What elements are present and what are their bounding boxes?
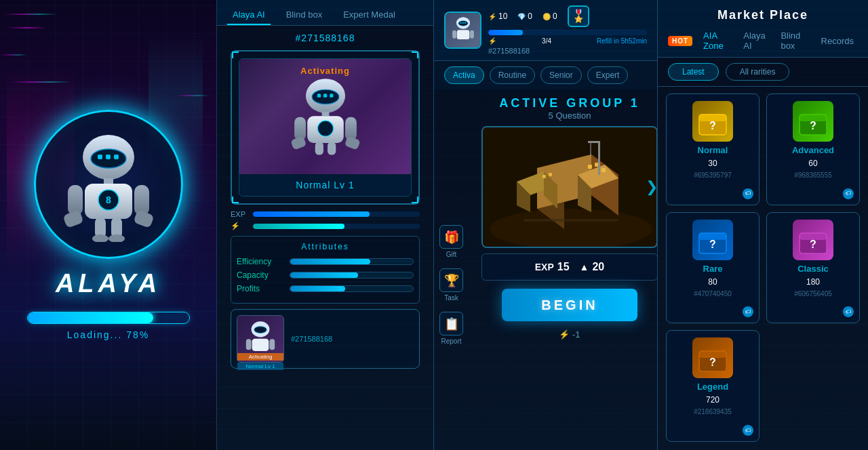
- filter-latest[interactable]: Latest: [668, 63, 719, 81]
- tab-senior[interactable]: Senior: [540, 66, 582, 84]
- svg-text:8: 8: [106, 195, 111, 205]
- market-card-advanced[interactable]: ? Advanced 60 #968365555 🏷: [766, 94, 860, 205]
- tab-expert[interactable]: Expert: [587, 66, 629, 84]
- legend-card-name: Legend: [697, 382, 728, 392]
- side-action-gift[interactable]: 🎁 Gift: [439, 225, 463, 258]
- bottom-card-status: Activating: [237, 353, 283, 361]
- market-card-rare[interactable]: ? Rare 80 #470740450 🏷: [666, 212, 760, 324]
- player-stats: ⚡ 10 💎 0 🪙 0 🎖️: [488, 5, 647, 55]
- nav-right[interactable]: ❯: [646, 178, 658, 196]
- svg-rect-5: [104, 178, 113, 184]
- bottom-card-id: #271588168: [291, 335, 414, 343]
- legend-box-svg: ?: [696, 341, 730, 375]
- svg-rect-34: [246, 339, 252, 350]
- stat-coins: 🪙 0: [542, 5, 557, 27]
- stat-lightning-value: 10: [498, 12, 507, 21]
- glitch-line: [10, 81, 71, 83]
- alaya-ai-panel: Alaya AI Blind box Expert Medal #2715881…: [217, 0, 434, 450]
- price-tag-legend: 🏷: [743, 425, 753, 436]
- svg-rect-63: [524, 219, 618, 222]
- attr-efficiency-label: Efficiency: [237, 257, 284, 266]
- rewards-bar: EXP 15 ▲ 20: [481, 253, 658, 281]
- side-action-report[interactable]: 📋 Report: [439, 312, 463, 345]
- svg-rect-33: [252, 339, 269, 351]
- svg-rect-60: [598, 141, 600, 175]
- market-tab-blind[interactable]: Blind box: [776, 28, 810, 54]
- bottom-card-info: #271588168: [291, 335, 414, 343]
- player-info: ⚡ 10 💎 0 🪙 0 🎖️: [444, 5, 647, 55]
- price-tag-advanced: 🏷: [843, 188, 854, 199]
- tab-activa[interactable]: Activa: [444, 66, 484, 84]
- rare-box-svg: ?: [696, 223, 730, 257]
- advanced-box: ?: [793, 101, 833, 142]
- group-subtitle: 5 Question: [549, 110, 591, 121]
- market-card-classic[interactable]: ? Classic 180 #606756405 🏷: [766, 212, 860, 324]
- svg-rect-58: [542, 175, 546, 178]
- loading-bar-container: [27, 312, 190, 324]
- hot-badge: HOT: [668, 36, 692, 46]
- game-header: ⚡ 10 💎 0 🪙 0 🎖️: [434, 0, 657, 61]
- ai-card-image: Activating: [239, 59, 411, 174]
- attr-capacity-track: [290, 272, 414, 279]
- svg-rect-38: [460, 22, 461, 24]
- ai-card-frame: Activating: [231, 50, 420, 205]
- classic-card-price: 180: [806, 277, 820, 287]
- report-label: Report: [441, 338, 461, 345]
- svg-rect-42: [452, 30, 456, 39]
- stat-diamonds: 💎 0: [517, 5, 532, 27]
- side-action-task[interactable]: 🏆 Task: [439, 268, 463, 302]
- gift-label: Gift: [446, 251, 457, 258]
- classic-card-id: #606756405: [794, 290, 832, 298]
- energy-row: ⚡ 3/4 Refill in 5h52min: [488, 37, 647, 45]
- classic-box: ?: [793, 220, 833, 260]
- player-avatar: [444, 12, 481, 49]
- classic-box-svg: ?: [796, 223, 830, 257]
- attr-profits-label: Profits: [237, 284, 284, 293]
- exp-label: EXP: [231, 210, 248, 218]
- attr-capacity-label: Capacity: [237, 270, 284, 280]
- svg-text:?: ?: [709, 239, 716, 250]
- tab-routine[interactable]: Routine: [490, 66, 535, 84]
- svg-text:?: ?: [810, 120, 816, 131]
- tab-alaya-ai[interactable]: Alaya AI: [227, 5, 271, 25]
- task-label: Task: [444, 294, 458, 302]
- game-scene-image: [483, 127, 656, 247]
- market-card-legend[interactable]: ? Legend 720 #218639435 🏷: [666, 330, 760, 442]
- gift-icon: 🎁: [439, 225, 463, 249]
- medal-icon: 🎖️: [571, 9, 586, 24]
- ai-card-inner: Activating: [239, 58, 412, 197]
- svg-text:?: ?: [810, 239, 816, 250]
- market-header: Market Place HOT AIA Zone Alaya AI Blind…: [658, 0, 868, 58]
- filter-rarities[interactable]: All rarities: [726, 63, 790, 81]
- lightning-icon: ⚡: [488, 13, 496, 20]
- game-image-frame: [481, 126, 658, 248]
- coins-icon: 🪙: [542, 13, 551, 20]
- energy-text: ⚡: [488, 37, 496, 45]
- alaya-logo-text: ALAYA: [56, 269, 161, 298]
- market-tab-alaya[interactable]: Alaya AI: [739, 28, 770, 54]
- market-tab-records[interactable]: Records: [817, 33, 858, 49]
- svg-rect-3: [106, 155, 111, 159]
- market-title: Market Place: [668, 8, 858, 22]
- svg-rect-20: [323, 94, 326, 97]
- exp-reward-icon: EXP: [535, 262, 554, 272]
- triangle-reward-icon: ▲: [580, 262, 589, 272]
- tab-expert-medal[interactable]: Expert Medal: [338, 5, 401, 25]
- svg-rect-4: [114, 155, 119, 159]
- attr-profits-row: Profits: [237, 284, 414, 293]
- svg-rect-19: [317, 94, 320, 97]
- svg-rect-41: [456, 30, 469, 39]
- exp-track-1: [253, 211, 420, 217]
- begin-button[interactable]: BEGIN: [502, 289, 637, 321]
- advanced-card-id: #968365555: [794, 171, 832, 179]
- side-actions: 🎁 Gift 🏆 Task 📋 Report: [439, 225, 463, 345]
- market-card-normal[interactable]: ? Normal 30 #695395797 🏷: [666, 94, 760, 205]
- stat-diamonds-value: 0: [528, 12, 532, 21]
- glitch-line: [176, 95, 210, 96]
- report-icon: 📋: [439, 312, 463, 335]
- tab-blind-box[interactable]: Blind box: [281, 5, 328, 25]
- diamond-icon: 💎: [517, 13, 526, 20]
- market-tab-aia[interactable]: AIA Zone: [699, 28, 732, 54]
- legend-card-id: #218639435: [694, 408, 732, 415]
- attr-efficiency-row: Efficiency: [237, 257, 414, 266]
